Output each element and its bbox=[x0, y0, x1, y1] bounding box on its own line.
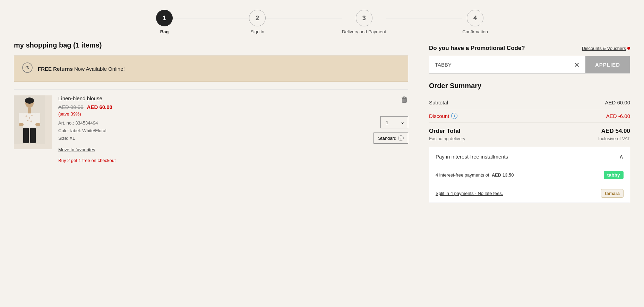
order-summary-title: Order Summary bbox=[429, 82, 630, 90]
step-line-2 bbox=[266, 18, 342, 18]
product-image bbox=[14, 95, 52, 149]
discount-label: Discount i bbox=[429, 113, 457, 119]
quantity-select[interactable]: 1 2 3 bbox=[380, 116, 408, 128]
svg-rect-15 bbox=[19, 123, 24, 126]
svg-rect-4 bbox=[23, 113, 36, 128]
checkout-stepper: 1 Bag 2 Sign in 3 Delivery and Payment 4… bbox=[0, 0, 644, 41]
step-bag: 1 Bag bbox=[156, 10, 173, 34]
free-returns-banner: FREE Returns Now Available Online! bbox=[14, 56, 408, 82]
step-label-delivery: Delivery and Payment bbox=[342, 29, 386, 34]
svg-rect-14 bbox=[30, 128, 36, 143]
product-info: Linen-blend blouse AED 99.00 AED 60.00 (… bbox=[58, 95, 367, 163]
color-label: Color label: White/Floral bbox=[58, 127, 367, 135]
discount-value: AED -6.00 bbox=[606, 113, 630, 119]
right-panel: Do you have a Promotional Code? Discount… bbox=[429, 41, 630, 203]
save-text: (save 39%) bbox=[58, 111, 367, 117]
promo-question: Do you have a Promotional Code? bbox=[429, 45, 525, 52]
red-dot bbox=[627, 47, 630, 50]
promo-header: Do you have a Promotional Code? Discount… bbox=[429, 45, 630, 52]
tamara-row: Split in 4 payments - No late fees. tama… bbox=[429, 184, 630, 203]
tamara-text: Split in 4 payments - No late fees. bbox=[436, 191, 503, 196]
excl-delivery-row: Excluding delivery Inclusive of VAT bbox=[429, 136, 630, 141]
discounts-vouchers-link[interactable]: Discounts & Vouchers bbox=[582, 46, 630, 51]
product-meta: Art. no.: 334534494 Color label: White/F… bbox=[58, 119, 367, 142]
discount-info-icon[interactable]: i bbox=[451, 113, 457, 119]
promo-apply-button[interactable]: APPLIED bbox=[585, 56, 630, 73]
step-circle-4: 4 bbox=[467, 10, 483, 26]
original-price: AED 99.00 bbox=[58, 104, 84, 110]
step-signin: 2 Sign in bbox=[249, 10, 266, 34]
svg-point-3 bbox=[25, 97, 34, 104]
step-label-signin: Sign in bbox=[250, 29, 264, 34]
step-delivery: 3 Delivery and Payment bbox=[342, 10, 386, 34]
tabby-text: 4 interest-free payments of AED 13.50 bbox=[436, 172, 514, 178]
installments-section: Pay in interest-free installments ∧ 4 in… bbox=[429, 147, 630, 203]
incl-vat-label: Inclusive of VAT bbox=[598, 136, 630, 141]
promo-code-input[interactable] bbox=[429, 56, 568, 73]
product-row: Linen-blend blouse AED 99.00 AED 60.00 (… bbox=[14, 89, 408, 169]
step-circle-3: 3 bbox=[356, 10, 372, 26]
tamara-badge: tamara bbox=[601, 189, 624, 198]
svg-point-7 bbox=[31, 115, 33, 116]
promo-section: Do you have a Promotional Code? Discount… bbox=[429, 45, 630, 74]
svg-point-0 bbox=[23, 63, 32, 73]
svg-point-5 bbox=[26, 116, 27, 117]
svg-point-9 bbox=[31, 121, 32, 122]
step-line-1 bbox=[173, 18, 249, 18]
svg-rect-16 bbox=[35, 123, 40, 126]
product-name: Linen-blend blouse bbox=[58, 95, 367, 101]
installments-title: Pay in interest-free installments bbox=[436, 154, 508, 160]
promo-clear-button[interactable]: ✕ bbox=[568, 61, 585, 69]
qty-standard-group: 1 2 3 Standard i bbox=[373, 116, 408, 144]
svg-rect-10 bbox=[28, 108, 31, 113]
installments-header[interactable]: Pay in interest-free installments ∧ bbox=[429, 147, 630, 166]
returns-icon bbox=[22, 62, 33, 75]
bag-title: my shopping bag (1 items) bbox=[14, 41, 408, 49]
tabby-row: 4 interest-free payments of AED 13.50 ta… bbox=[429, 166, 630, 184]
step-label-bag: Bag bbox=[160, 29, 169, 34]
price-row: AED 99.00 AED 60.00 bbox=[58, 104, 367, 110]
svg-point-8 bbox=[27, 120, 28, 121]
delete-product-button[interactable] bbox=[401, 95, 408, 105]
subtotal-value: AED 60.00 bbox=[605, 100, 630, 105]
svg-rect-12 bbox=[35, 113, 40, 125]
standard-label: Standard bbox=[378, 136, 396, 141]
info-circle-icon: i bbox=[398, 135, 404, 141]
sale-price: AED 60.00 bbox=[87, 104, 112, 110]
chevron-up-icon: ∧ bbox=[619, 153, 624, 160]
subtotal-label: Subtotal bbox=[429, 100, 448, 105]
qty-wrapper[interactable]: 1 2 3 bbox=[380, 116, 408, 128]
returns-text: FREE Returns Now Available Online! bbox=[38, 66, 125, 72]
svg-point-6 bbox=[29, 117, 30, 119]
step-confirmation: 4 Confirmation bbox=[462, 10, 488, 34]
step-line-3 bbox=[386, 18, 462, 18]
tabby-badge: tabby bbox=[604, 171, 624, 179]
step-label-confirmation: Confirmation bbox=[462, 29, 488, 34]
order-total-value: AED 54.00 bbox=[601, 128, 630, 135]
subtotal-row: Subtotal AED 60.00 bbox=[429, 96, 630, 109]
discount-row: Discount i AED -6.00 bbox=[429, 109, 630, 123]
step-circle-2: 2 bbox=[249, 10, 266, 26]
order-summary: Order Summary Subtotal AED 60.00 Discoun… bbox=[429, 82, 630, 203]
step-circle-1: 1 bbox=[156, 10, 173, 26]
order-total-row: Order Total AED 54.00 bbox=[429, 123, 630, 136]
order-total-label: Order Total bbox=[429, 128, 460, 135]
excl-delivery-label: Excluding delivery bbox=[429, 136, 465, 141]
size: Size: XL bbox=[58, 135, 367, 142]
standard-button[interactable]: Standard i bbox=[373, 133, 408, 144]
svg-rect-11 bbox=[19, 113, 24, 125]
art-no: Art. no.: 334534494 bbox=[58, 119, 367, 127]
buy-promo-text: Buy 2 get 1 free on checkout bbox=[58, 158, 367, 163]
promo-input-row: ✕ APPLIED bbox=[429, 56, 630, 74]
left-panel: my shopping bag (1 items) FREE Returns N… bbox=[14, 41, 429, 203]
move-to-favourites-button[interactable]: Move to favourites bbox=[58, 147, 95, 152]
svg-rect-13 bbox=[23, 128, 29, 143]
